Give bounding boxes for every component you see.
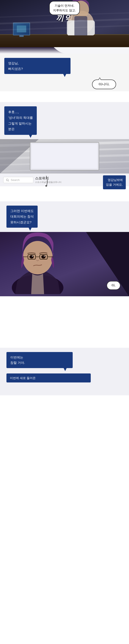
left-speech-box-2: 후훗…, '성녀'와의 독대를 그렇게 말하시는 분은	[4, 106, 37, 135]
panel7: 그러면 이번에도 대회의에는 참석 못하시겠군요?	[0, 201, 129, 232]
page-container: 기술이 먼저네. 지루하지도 않고. 끼익	[0, 0, 129, 644]
bottom-speech-box-2: 이번에 새로 들어온	[7, 374, 91, 382]
small-speech-bubble: 아.	[107, 281, 120, 290]
svg-point-27	[41, 255, 46, 258]
search-bar[interactable]: Search	[3, 177, 33, 183]
svg-marker-18	[45, 186, 47, 186]
panel9-spacer	[0, 296, 129, 348]
svg-rect-3	[74, 16, 87, 35]
panel8: 아.	[0, 232, 129, 296]
svg-point-28	[32, 256, 33, 256]
panel4-bg	[0, 139, 129, 174]
svg-point-29	[44, 256, 45, 256]
panel5: Search 스포위키 스포스채널/댁겜들코뮤니티 영감님밖에 없을 거에요.	[0, 174, 129, 186]
connector-arrow	[43, 176, 49, 186]
bubble-top-text: 기술이 먼저네. 지루하지도 않고.	[53, 4, 76, 12]
bottom-speech-box-1: 이번에는 참할 거야.	[7, 352, 73, 368]
left-speech-box-1: 영감님, 빠지셨죠?	[4, 58, 71, 74]
svg-rect-15	[32, 144, 97, 168]
svg-point-20	[23, 241, 53, 274]
question-speech-box: 그러면 이번에도 대회의에는 참석 못하시겠군요?	[7, 206, 38, 228]
panel2: 영감님, 빠지셨죠? 아니다.	[0, 54, 129, 91]
panel10: 이번에는 참할 거야. 이번에 새로 들어온	[0, 348, 129, 387]
right-speech-box-panel5: 영감님밖에 없을 거에요.	[103, 175, 126, 189]
svg-line-17	[8, 180, 9, 181]
character-face	[0, 232, 75, 294]
panel1: 기술이 먼저네. 지루하지도 않고. 끼익	[0, 0, 129, 47]
panel1-connector	[0, 47, 129, 54]
svg-point-16	[7, 179, 8, 181]
bottom-speech-area: 이번에는 참할 거야. 이번에 새로 들어온	[4, 352, 125, 382]
panel4	[0, 139, 129, 174]
computer-monitor	[13, 22, 30, 35]
spacer-1	[0, 91, 129, 102]
top-speech-bubble: 기술이 먼저네. 지루하지도 않고.	[49, 1, 80, 15]
panel3: 후훗…, '성녀'와의 독대를 그렇게 말하시는 분은	[0, 102, 129, 139]
svg-point-26	[30, 255, 34, 258]
bottom-padding	[0, 387, 129, 395]
right-speech-bubble-1: 아니다.	[92, 80, 116, 89]
search-icon	[6, 178, 9, 182]
